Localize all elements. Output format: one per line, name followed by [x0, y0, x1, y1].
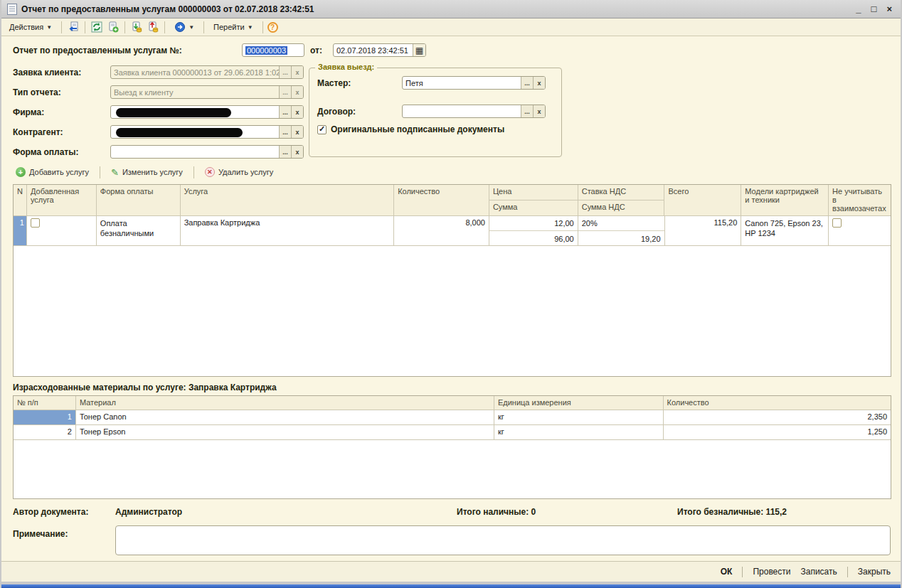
payment-form-input[interactable]: ... x	[110, 145, 304, 159]
document-icon	[7, 4, 17, 15]
chevron-down-icon: ▼	[248, 24, 253, 31]
report-number-input[interactable]: 000000003	[242, 43, 304, 57]
col-payment[interactable]: Форма оплаты	[96, 185, 180, 215]
author-value: Администратор	[115, 507, 182, 517]
bottom-button-bar: ОК Провести Записать Закрыть	[1, 561, 901, 582]
contractor-input[interactable]: ... x	[110, 125, 304, 139]
clear-icon[interactable]: x	[291, 66, 303, 78]
firm-label: Фирма:	[13, 107, 44, 117]
clear-icon[interactable]: x	[291, 126, 303, 138]
services-table[interactable]: N Добавленная услуга Форма оплаты Услуга…	[13, 184, 891, 377]
col-qty[interactable]: Количество	[393, 185, 489, 215]
visit-request-group-title: Заявка выезд:	[315, 63, 377, 71]
add-service-button[interactable]: + Добавить услугу	[13, 166, 92, 178]
unpost-icon[interactable]	[146, 20, 160, 34]
chevron-down-icon: ▼	[46, 24, 52, 31]
price-sum-cell[interactable]: 12,00 96,00	[489, 216, 578, 245]
output-icon	[174, 21, 186, 33]
minimize-button[interactable]: _	[856, 4, 861, 14]
material-row[interactable]: 1 Тонер Canon кг 2,350	[14, 410, 891, 425]
contract-input[interactable]: ... x	[402, 105, 546, 118]
post-button[interactable]: Провести	[753, 567, 790, 577]
report-type-label: Тип отчета:	[13, 87, 61, 97]
clear-icon[interactable]: x	[533, 77, 545, 89]
date-label: от:	[310, 46, 322, 55]
ellipsis-button[interactable]: ...	[521, 105, 533, 117]
report-type-input[interactable]: Выезд к клиенту ... x	[110, 85, 304, 99]
save-button[interactable]: Записать	[801, 567, 837, 577]
post-icon[interactable]	[129, 20, 144, 34]
added-service-checkbox[interactable]	[31, 218, 40, 228]
copy-icon[interactable]	[106, 20, 120, 34]
ellipsis-button[interactable]: ...	[279, 106, 291, 118]
note-input[interactable]	[115, 525, 891, 555]
vat-cell[interactable]: 20% 19,20	[578, 216, 664, 245]
title-bar[interactable]: Отчет по предоставленным услугам 0000000…	[1, 0, 901, 18]
chevron-down-icon: ▼	[189, 24, 194, 31]
actions-menu-button[interactable]: Действия ▼	[4, 21, 57, 33]
close-document-button[interactable]: Закрыть	[858, 567, 891, 577]
document-window: Отчет по предоставленным услугам 0000000…	[0, 0, 902, 588]
models-cell[interactable]: Canon 725, Epson 23, HP 1234	[741, 216, 828, 245]
col-unit[interactable]: Единица измерения	[494, 396, 663, 410]
taskbar-edge	[1, 584, 901, 588]
clear-icon[interactable]: x	[291, 146, 303, 158]
ellipsis-button[interactable]: ...	[279, 86, 291, 98]
report-number-label: Отчет по предоставленным услугам №:	[13, 46, 182, 55]
date-input[interactable]: 02.07.2018 23:42:51 ▦	[333, 43, 426, 57]
col-material-n[interactable]: № п/п	[14, 396, 75, 410]
material-row[interactable]: 2 Тонер Epson кг 1,250	[14, 425, 891, 440]
plus-icon: +	[16, 167, 26, 177]
col-vat[interactable]: Ставка НДС Сумма НДС	[578, 185, 664, 215]
ellipsis-button[interactable]: ...	[279, 66, 291, 78]
no-offset-checkbox[interactable]	[832, 218, 842, 228]
col-n[interactable]: N	[14, 185, 26, 215]
col-added[interactable]: Добавленная услуга	[26, 185, 96, 215]
master-label: Мастер:	[317, 78, 351, 88]
total-cashless: Итого безналичные: 115,2	[677, 507, 787, 517]
qty-cell[interactable]: 8,000	[393, 216, 489, 245]
calendar-icon[interactable]: ▦	[413, 44, 425, 56]
col-material[interactable]: Материал	[75, 396, 494, 410]
master-input[interactable]: Петя ... x	[402, 76, 546, 90]
edit-service-button[interactable]: ✎ Изменить услугу	[108, 166, 186, 178]
reread-icon[interactable]	[66, 20, 80, 34]
row-number-cell[interactable]: 1	[14, 216, 26, 245]
client-request-input[interactable]: Заявка клиента 000000013 от 29.06.2018 1…	[110, 65, 304, 79]
total-cash: Итого наличные: 0	[457, 507, 536, 517]
contract-label: Договор:	[317, 107, 356, 117]
service-actions: + Добавить услугу ✎ Изменить услугу ✕ Уд…	[13, 166, 276, 178]
pencil-icon: ✎	[111, 168, 119, 177]
refresh-icon[interactable]	[90, 20, 104, 34]
delete-x-icon: ✕	[205, 167, 215, 177]
services-table-header[interactable]: N Добавленная услуга Форма оплаты Услуга…	[14, 185, 891, 216]
ellipsis-button[interactable]: ...	[279, 126, 291, 138]
clear-icon[interactable]: x	[533, 105, 545, 117]
help-icon[interactable]: ?	[267, 22, 278, 33]
ok-button[interactable]: ОК	[721, 567, 733, 577]
materials-table[interactable]: № п/п Материал Единица измерения Количес…	[13, 395, 891, 499]
delete-service-button[interactable]: ✕ Удалить услугу	[202, 166, 276, 178]
clear-icon[interactable]: x	[291, 86, 303, 98]
service-row[interactable]: 1 Оплата безналичными Заправка Картриджа…	[14, 216, 891, 246]
col-models[interactable]: Модели картриджей и техники	[741, 185, 828, 215]
service-cell[interactable]: Заправка Картриджа	[180, 216, 394, 245]
materials-table-header[interactable]: № п/п Материал Единица измерения Количес…	[14, 396, 891, 410]
firm-input[interactable]: ... x	[110, 105, 304, 119]
ellipsis-button[interactable]: ...	[279, 146, 291, 158]
col-total[interactable]: Всего	[664, 185, 741, 215]
ellipsis-button[interactable]: ...	[521, 77, 533, 89]
col-no-offset[interactable]: Не учитывать в взаимозачетах	[828, 185, 891, 215]
close-button[interactable]: ×	[886, 4, 892, 14]
col-service[interactable]: Услуга	[180, 185, 394, 215]
total-cell[interactable]: 115,20	[664, 216, 741, 245]
contractor-label: Контрагент:	[13, 127, 63, 137]
col-material-qty[interactable]: Количество	[663, 396, 891, 410]
original-docs-checkbox[interactable]	[317, 125, 327, 134]
go-menu-button[interactable]: Перейти ▼	[208, 21, 258, 33]
clear-icon[interactable]: x	[291, 106, 303, 118]
output-menu-button[interactable]: ▼	[169, 19, 199, 35]
payment-cell[interactable]: Оплата безналичными	[96, 216, 180, 245]
maximize-button[interactable]: □	[871, 4, 877, 14]
col-price-sum[interactable]: Цена Сумма	[489, 185, 578, 215]
